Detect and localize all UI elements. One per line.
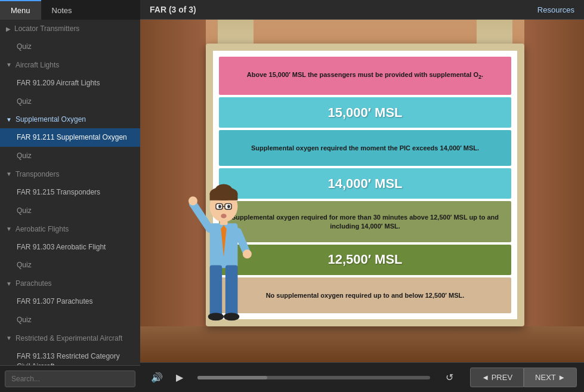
chevron-down-icon-restricted: ▼: [6, 335, 12, 341]
reload-icon: ↺: [446, 372, 453, 382]
chevron-down-icon-aerobatic: ▼: [6, 226, 12, 232]
search-container: [0, 365, 140, 392]
chevron-down-icon-oxygen: ▼: [6, 116, 12, 123]
svg-line-15: [193, 203, 209, 229]
controls-bar: 🔊 ▶ ↺ ◄ PREV NEXT ►: [140, 362, 584, 392]
sidebar-scroll[interactable]: ▶ Locator Transmitters Quiz ▼ Aircraft L…: [0, 20, 140, 365]
main-content: FAR (3 of 3) Resources: [140, 0, 584, 392]
item-far-91215[interactable]: FAR 91.215 Transponders: [0, 183, 140, 202]
play-button[interactable]: ▶: [172, 369, 187, 385]
progress-bar-container[interactable]: [197, 376, 430, 379]
svg-point-18: [243, 249, 252, 258]
item-far-91209[interactable]: FAR 91.209 Aircraft Lights: [0, 74, 140, 92]
whiteboard-altitude-12500: 12,500′ MSL: [327, 252, 402, 267]
svg-point-22: [224, 313, 239, 320]
search-input[interactable]: [5, 371, 135, 387]
quiz-lights[interactable]: Quiz: [0, 92, 140, 111]
tab-notes[interactable]: Notes: [41, 0, 83, 20]
whiteboard-text-noox: No supplemental oxygen required up to an…: [266, 291, 465, 300]
chevron-right-icon: ▶: [6, 26, 11, 32]
section-supplemental-oxygen[interactable]: ▼ Supplemental Oxygen: [0, 110, 140, 128]
item-far-91313[interactable]: FAR 91.313 Restricted Category Civil Air…: [0, 347, 140, 365]
top-bar: FAR (3 of 3) Resources: [140, 0, 584, 20]
section-transponders[interactable]: ▼ Transponders: [0, 165, 140, 183]
whiteboard-row-12500: 12,500′ MSL: [219, 245, 511, 275]
whiteboard-row-noox: No supplemental oxygen required up to an…: [219, 277, 511, 313]
reload-button[interactable]: ↺: [441, 369, 458, 385]
section-locator-transmitters[interactable]: ▶ Locator Transmitters: [0, 20, 140, 38]
section-parachutes[interactable]: ▼ Parachutes: [0, 274, 140, 292]
volume-button[interactable]: 🔊: [147, 369, 166, 385]
svg-line-17: [237, 232, 246, 251]
whiteboard-altitude-15000: 15,000′ MSL: [327, 106, 402, 120]
whiteboard-row-30min: Supplemental oxygen required for more th…: [219, 201, 511, 242]
chevron-down-icon-parachutes: ▼: [6, 280, 12, 287]
section-aircraft-lights[interactable]: ▼ Aircraft Lights: [0, 56, 140, 74]
whiteboard-row-pic14000: Supplemental oxygen required the moment …: [219, 130, 511, 166]
svg-rect-19: [210, 266, 223, 316]
wall-right: [524, 20, 584, 362]
section-aerobatic-flights[interactable]: ▼ Aerobatic Flights: [0, 220, 140, 238]
sidebar: Menu Notes ▶ Locator Transmitters Quiz ▼…: [0, 0, 140, 392]
quiz-aerobatic[interactable]: Quiz: [0, 256, 140, 274]
whiteboard-row-above15000: Above 15,000′ MSL the passengers must be…: [219, 57, 511, 95]
whiteboard-row-14000: 14,000′ MSL: [219, 168, 511, 199]
video-area: Above 15,000′ MSL the passengers must be…: [140, 20, 584, 362]
whiteboard-text-30min: Supplemental oxygen required for more th…: [225, 213, 505, 230]
whiteboard-text-above15000: Above 15,000′ MSL the passengers must be…: [247, 70, 483, 81]
quiz-parachutes[interactable]: Quiz: [0, 311, 140, 329]
svg-point-14: [221, 214, 226, 218]
item-far-91303[interactable]: FAR 91.303 Aerobatic Flight: [0, 238, 140, 257]
item-far-91211[interactable]: FAR 91.211 Supplemental Oxygen: [0, 128, 140, 147]
svg-point-16: [189, 196, 197, 205]
quiz-oxygen[interactable]: Quiz: [0, 147, 140, 165]
page-title: FAR (3 of 3): [150, 5, 196, 14]
volume-icon: 🔊: [151, 372, 163, 383]
section-restricted-experimental[interactable]: ▼ Restricted & Experimental Aircraft: [0, 329, 140, 347]
svg-point-6: [215, 184, 232, 196]
chevron-down-icon-transponders: ▼: [6, 171, 12, 177]
character-svg: [188, 153, 259, 332]
next-button[interactable]: NEXT ►: [524, 368, 577, 387]
scene: Above 15,000′ MSL the passengers must be…: [140, 20, 584, 362]
chevron-down-icon-lights: ▼: [6, 61, 12, 68]
whiteboard-row-15000: 15,000′ MSL: [219, 97, 511, 128]
app-container: Menu Notes ▶ Locator Transmitters Quiz ▼…: [0, 0, 584, 392]
svg-point-10: [227, 205, 230, 208]
sidebar-tabs: Menu Notes: [0, 0, 140, 20]
svg-point-9: [218, 205, 221, 208]
quiz-transponders[interactable]: Quiz: [0, 202, 140, 220]
whiteboard-altitude-14000: 14,000′ MSL: [327, 177, 402, 191]
progress-bar-fill: [197, 376, 267, 379]
resources-button[interactable]: Resources: [537, 5, 574, 14]
whiteboard-text-pic14000: Supplemental oxygen required the moment …: [251, 144, 479, 152]
nav-buttons: ◄ PREV NEXT ►: [470, 368, 577, 387]
instructor-character: [188, 153, 259, 332]
tab-menu[interactable]: Menu: [0, 0, 41, 20]
play-icon: ▶: [176, 372, 183, 383]
quiz-locator[interactable]: Quiz: [0, 38, 140, 56]
svg-point-21: [208, 313, 224, 320]
prev-button[interactable]: ◄ PREV: [470, 368, 524, 387]
item-far-91307[interactable]: FAR 91.307 Parachutes: [0, 292, 140, 311]
svg-rect-20: [225, 266, 238, 316]
